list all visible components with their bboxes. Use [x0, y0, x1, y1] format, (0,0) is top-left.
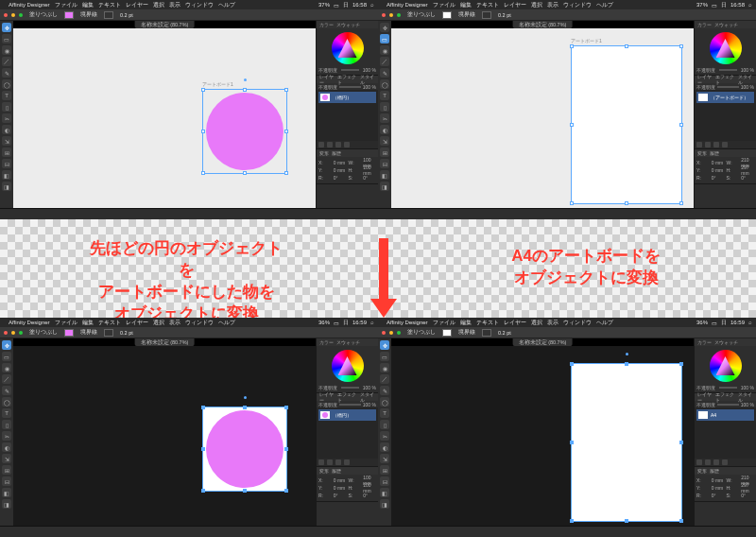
menu-view[interactable]: 表示: [169, 319, 180, 327]
y-val[interactable]: 0 mm: [712, 485, 725, 491]
x-val[interactable]: 0 mm: [712, 477, 725, 483]
text-tool[interactable]: T: [2, 408, 11, 418]
canvas-area[interactable]: 名称未設定 (80.7%) アートボード1: [391, 21, 694, 208]
shape-tool[interactable]: ◯: [380, 397, 389, 407]
canvas[interactable]: [391, 346, 694, 526]
text-tool[interactable]: T: [2, 91, 11, 100]
menu-edit[interactable]: 編集: [82, 1, 94, 9]
menu-window[interactable]: ウィンドウ: [185, 1, 214, 9]
stroke-swatch[interactable]: [482, 329, 491, 337]
document-tab[interactable]: 名称未設定 (80.7%): [135, 21, 195, 28]
menu-window[interactable]: ウィンドウ: [185, 319, 214, 327]
document-tab[interactable]: 名称未設定 (80.7%): [513, 21, 573, 28]
menu-window[interactable]: ウィンドウ: [563, 1, 592, 9]
color-tool[interactable]: ◨: [380, 182, 389, 191]
artboard-label[interactable]: アートボード1: [202, 81, 233, 87]
transparency-tool[interactable]: ⇲: [2, 136, 11, 146]
tab-transform[interactable]: 変形: [319, 150, 329, 156]
mask-icon[interactable]: [722, 459, 728, 465]
menu-file[interactable]: ファイル: [55, 1, 77, 9]
rect-tool[interactable]: ▯: [380, 420, 389, 429]
s-val[interactable]: 0°: [741, 493, 754, 498]
tab-swatches[interactable]: スウォッチ: [714, 339, 738, 345]
tab-swatches[interactable]: スウォッチ: [714, 22, 738, 27]
stroke-width[interactable]: 0.2 pt: [117, 329, 136, 337]
fill-tool[interactable]: ◐: [380, 125, 389, 134]
hand-tool[interactable]: ⊟: [380, 476, 389, 486]
remove-layer-icon[interactable]: [705, 142, 711, 147]
menu-view[interactable]: 表示: [169, 1, 180, 9]
node-tool[interactable]: ◉: [2, 45, 11, 55]
menu-view[interactable]: 表示: [547, 319, 558, 327]
r-val[interactable]: 0°: [334, 493, 347, 498]
search-icon[interactable]: ⌕: [370, 320, 374, 325]
tab-color[interactable]: カラー: [697, 22, 712, 27]
menu-help[interactable]: ヘルプ: [218, 319, 235, 327]
x-val[interactable]: 0 mm: [334, 160, 347, 165]
menu-layer[interactable]: レイヤー: [504, 1, 526, 9]
layer-row[interactable]: （楕円）: [318, 409, 376, 421]
artboard-tool[interactable]: ▭: [380, 34, 389, 43]
menu-app[interactable]: Affinity Designer: [387, 320, 428, 325]
window-max-button[interactable]: [397, 13, 401, 17]
menu-help[interactable]: ヘルプ: [596, 319, 613, 327]
opacity-value[interactable]: 100 %: [741, 67, 754, 73]
menu-text[interactable]: テキスト: [98, 319, 121, 327]
document-tab[interactable]: 名称未設定 (80.7%): [135, 338, 195, 346]
crop-tool[interactable]: ✂: [380, 113, 389, 123]
pen-tool[interactable]: ／: [380, 57, 389, 66]
menu-app[interactable]: Affinity Designer: [387, 2, 428, 8]
fill-tool[interactable]: ◐: [380, 442, 389, 452]
input-source[interactable]: 日: [343, 1, 349, 9]
selection-bounds[interactable]: [571, 363, 682, 522]
tab-transform[interactable]: 変形: [319, 468, 329, 474]
window-min-button[interactable]: [11, 331, 15, 335]
color-wheel[interactable]: [332, 32, 364, 64]
group-icon[interactable]: [335, 142, 341, 147]
color-wheel[interactable]: [710, 32, 742, 64]
node-tool[interactable]: ◉: [380, 45, 389, 55]
search-icon[interactable]: ⌕: [748, 2, 752, 8]
artboard-tool[interactable]: ▭: [2, 34, 11, 43]
stroke-width[interactable]: 0.2 pt: [495, 11, 514, 19]
tab-history[interactable]: 履歴: [332, 150, 341, 156]
remove-layer-icon[interactable]: [327, 142, 333, 147]
window-max-button[interactable]: [19, 331, 23, 335]
opacity-value[interactable]: 100 %: [363, 67, 376, 73]
menu-layer[interactable]: レイヤー: [126, 1, 148, 9]
zoom-tool[interactable]: ◧: [2, 170, 11, 180]
window-close-button[interactable]: [382, 331, 386, 335]
opacity-value2[interactable]: 100 %: [741, 84, 754, 90]
transparency-tool[interactable]: ⇲: [2, 454, 11, 463]
shape-tool[interactable]: ◯: [380, 79, 389, 89]
opacity-value2[interactable]: 100 %: [363, 84, 376, 90]
tab-color[interactable]: カラー: [319, 339, 334, 345]
y-val[interactable]: 0 mm: [334, 167, 347, 173]
menu-file[interactable]: ファイル: [433, 1, 455, 9]
s-val[interactable]: 0°: [363, 493, 376, 498]
shape-tool[interactable]: ◯: [2, 397, 11, 407]
text-tool[interactable]: T: [380, 408, 389, 418]
stroke-width[interactable]: 0.2 pt: [117, 11, 136, 19]
crop-tool[interactable]: ✂: [380, 431, 389, 441]
menu-app[interactable]: Affinity Designer: [9, 2, 50, 8]
input-source[interactable]: 日: [343, 319, 349, 327]
y-val[interactable]: 0 mm: [334, 485, 347, 491]
hand-tool[interactable]: ⊟: [380, 159, 389, 168]
stroke-swatch[interactable]: [104, 329, 113, 337]
layer-name[interactable]: （楕円）: [333, 412, 352, 418]
grid-tool[interactable]: ⊞: [2, 147, 11, 157]
zoom-tool[interactable]: ◧: [380, 488, 389, 497]
menu-layer[interactable]: レイヤー: [126, 319, 148, 327]
ellipse-object[interactable]: [206, 93, 284, 170]
canvas-area[interactable]: 名称未設定 (80.7%) アートボード1: [13, 21, 316, 208]
add-layer-icon[interactable]: [696, 142, 702, 147]
stroke-width[interactable]: 0.2 pt: [495, 329, 514, 337]
tab-transform[interactable]: 変形: [697, 468, 707, 474]
stroke-swatch[interactable]: [482, 11, 491, 19]
stroke-swatch[interactable]: [104, 11, 113, 19]
layer-name[interactable]: A4: [711, 412, 716, 418]
rect-tool[interactable]: ▯: [2, 102, 11, 112]
color-tool[interactable]: ◨: [2, 182, 11, 191]
mask-icon[interactable]: [722, 142, 728, 147]
